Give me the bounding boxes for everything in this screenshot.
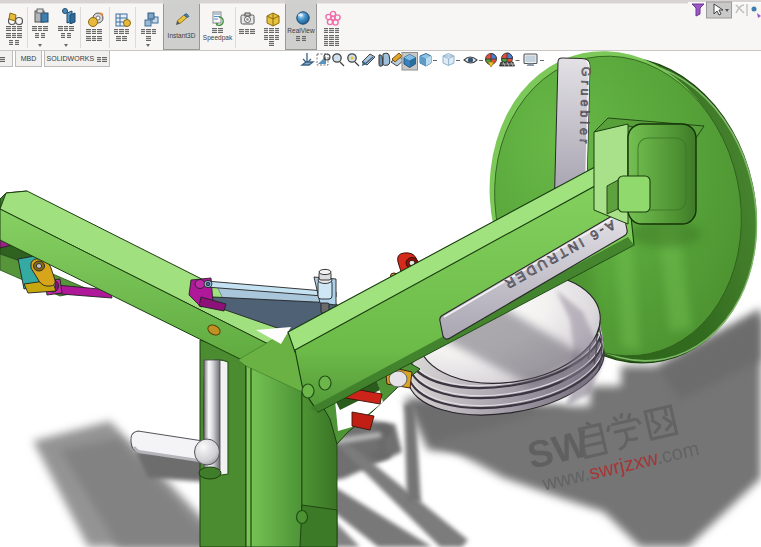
svg-text:Gruebler: Gruebler: [577, 66, 593, 147]
